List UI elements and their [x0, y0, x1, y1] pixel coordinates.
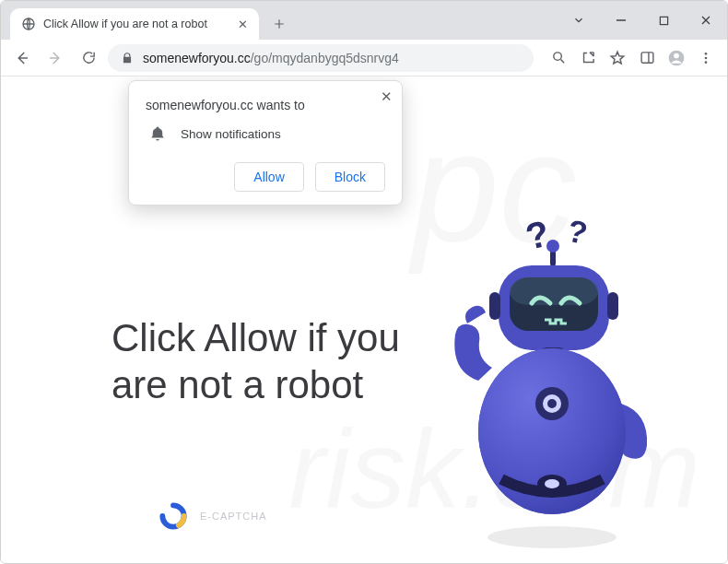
svg-point-11: [487, 526, 616, 548]
svg-point-6: [705, 53, 708, 55]
svg-point-8: [705, 61, 708, 64]
tab-close-icon[interactable]: ✕: [238, 18, 248, 31]
kebab-menu-icon: [699, 51, 713, 65]
permission-item-label: Show notifications: [181, 127, 281, 141]
svg-rect-1: [660, 17, 667, 24]
bookmark-button[interactable]: [604, 44, 631, 72]
bell-icon: [149, 125, 166, 142]
tab-search-button[interactable]: [558, 1, 600, 40]
svg-point-26: [545, 479, 559, 488]
toolbar: somenewforyou.cc/go/mqydanbygq5dsnrvg4: [1, 40, 727, 76]
back-button[interactable]: [8, 44, 36, 72]
forward-arrow-icon: [47, 50, 64, 66]
svg-point-24: [547, 399, 557, 408]
dialog-close-button[interactable]: ✕: [381, 88, 393, 105]
dialog-title: somenewforyou.cc wants to: [146, 98, 385, 112]
share-button[interactable]: [574, 44, 602, 72]
browser-tab[interactable]: Click Allow if you are not a robot ✕: [10, 8, 259, 40]
maximize-icon: [659, 16, 669, 26]
profile-icon: [667, 49, 686, 67]
svg-point-2: [553, 53, 561, 61]
back-arrow-icon: [14, 50, 30, 66]
address-bar[interactable]: somenewforyou.cc/go/mqydanbygq5dsnrvg4: [108, 44, 534, 72]
zoom-button[interactable]: [545, 44, 572, 72]
svg-text:?: ?: [565, 215, 591, 251]
svg-rect-17: [489, 292, 500, 320]
close-icon: [700, 15, 711, 26]
chevron-down-icon: [572, 14, 585, 27]
lock-icon: [121, 52, 134, 65]
url-path: /go/mqydanbygq5dsnrvg4: [251, 51, 399, 65]
svg-text:?: ?: [523, 215, 553, 257]
block-button[interactable]: Block: [315, 162, 385, 192]
url-domain: somenewforyou.cc: [143, 51, 251, 65]
globe-icon: [21, 17, 36, 31]
minimize-button[interactable]: [600, 1, 642, 40]
minimize-icon: [616, 15, 627, 26]
star-icon: [609, 50, 626, 66]
chrome-menu-button[interactable]: [692, 44, 720, 72]
page-viewport: pc risk.com ? ?: [1, 76, 727, 564]
page-headline: Click Allow if you are not a robot: [112, 314, 406, 408]
window-close-button[interactable]: [685, 1, 727, 40]
reload-button[interactable]: [75, 44, 102, 72]
captcha-badge: E-CAPTCHA: [159, 502, 267, 530]
svg-point-7: [705, 56, 708, 59]
reload-icon: [81, 50, 97, 65]
maximize-button[interactable]: [642, 1, 685, 40]
window-controls: [558, 1, 727, 40]
svg-rect-16: [510, 277, 598, 305]
side-panel-icon: [640, 50, 655, 65]
svg-point-5: [674, 53, 679, 58]
side-panel-button[interactable]: [633, 44, 661, 72]
plus-icon: [273, 18, 286, 30]
allow-button[interactable]: Allow: [234, 162, 303, 192]
svg-rect-18: [607, 292, 618, 320]
titlebar: Click Allow if you are not a robot ✕: [1, 1, 727, 40]
magnifier-icon: [551, 50, 567, 65]
captcha-logo-icon: [159, 502, 187, 530]
tab-title: Click Allow if you are not a robot: [43, 18, 207, 30]
svg-rect-3: [641, 53, 653, 63]
captcha-label: E-CAPTCHA: [200, 511, 267, 522]
new-tab-button[interactable]: [266, 11, 292, 37]
forward-button: [41, 44, 69, 72]
notification-permission-dialog: ✕ somenewforyou.cc wants to Show notific…: [128, 80, 403, 206]
svg-point-13: [546, 240, 559, 253]
profile-button[interactable]: [663, 44, 690, 72]
robot-illustration: ? ?: [414, 215, 690, 556]
share-icon: [581, 50, 596, 65]
